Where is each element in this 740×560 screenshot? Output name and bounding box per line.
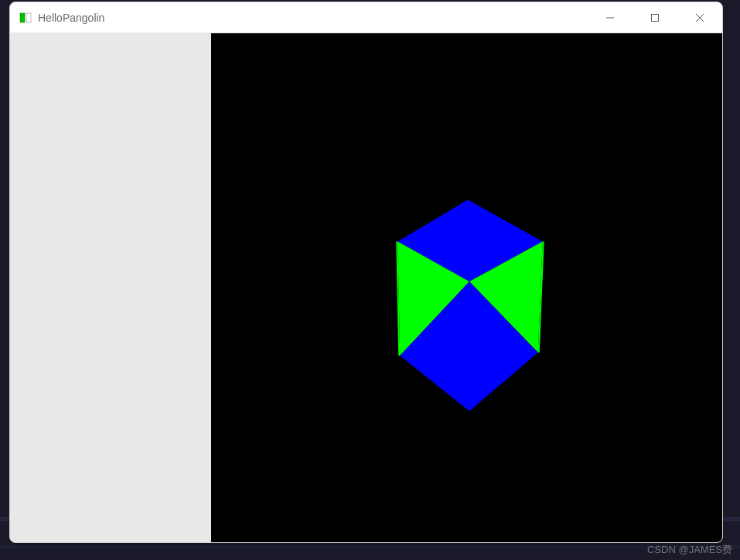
window-controls xyxy=(588,2,722,32)
close-icon xyxy=(695,13,704,22)
close-button[interactable] xyxy=(677,2,722,32)
watermark-text: CSDN @JAMES费 xyxy=(647,543,732,557)
application-window: HelloPangolin xyxy=(9,2,723,543)
svg-rect-1 xyxy=(26,13,31,22)
minimize-icon xyxy=(605,13,615,22)
svg-rect-3 xyxy=(652,14,659,21)
maximize-icon xyxy=(650,13,660,22)
svg-rect-0 xyxy=(20,13,25,22)
rendered-cube xyxy=(211,33,722,542)
maximize-button[interactable] xyxy=(633,2,677,32)
minimize-button[interactable] xyxy=(588,2,633,32)
client-area xyxy=(10,33,722,542)
background-decoration xyxy=(0,545,740,548)
side-panel[interactable] xyxy=(10,33,211,542)
window-title: HelloPangolin xyxy=(38,12,588,24)
app-icon xyxy=(19,12,32,24)
titlebar[interactable]: HelloPangolin xyxy=(10,2,722,33)
3d-viewport[interactable] xyxy=(211,33,722,542)
